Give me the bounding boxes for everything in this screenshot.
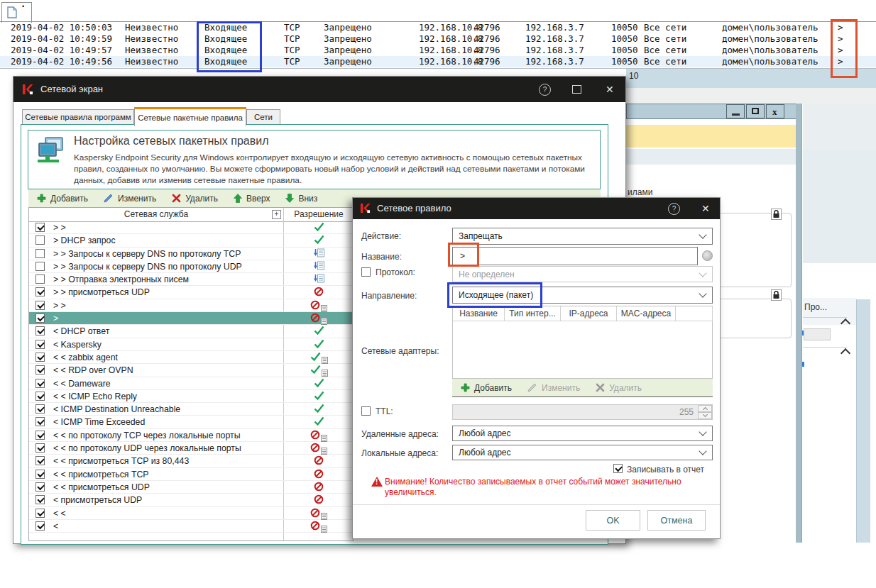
rule-row[interactable]: < < присмотреться TCP из 80,443 — [29, 455, 353, 467]
adapters-table[interactable]: НазваниеТип интер...IP-адресаMAC-адреса — [452, 306, 713, 379]
log-row[interactable]: 2019-04-02 10:50:03НеизвестноВходящееTCP… — [0, 22, 876, 33]
rule-row[interactable]: < Kaspersky — [29, 338, 353, 351]
help-icon[interactable]: ? — [668, 203, 680, 215]
rule-row[interactable]: < < Dameware — [29, 377, 353, 390]
permission-column-header[interactable]: Разрешение — [283, 209, 354, 219]
rule-row[interactable]: < < ICMP Echo Reply — [29, 390, 353, 403]
rule-checkbox[interactable] — [35, 404, 45, 414]
rule-checkbox[interactable] — [35, 470, 45, 479]
rule-row[interactable]: < ICMP Time Exceeded — [29, 416, 353, 428]
ok-button[interactable]: OK — [586, 510, 640, 531]
rule-checkbox[interactable] — [35, 262, 45, 271]
ttl-checkbox[interactable] — [361, 406, 371, 416]
rule-checkbox[interactable] — [35, 443, 45, 453]
log-row[interactable]: 2019-04-02 10:49:59НеизвестноВходящееTCP… — [0, 33, 876, 45]
minimize-button[interactable] — [726, 104, 745, 118]
local-select[interactable]: Любой адрес — [452, 445, 713, 460]
tab-1[interactable]: Сетевые правила программ — [22, 109, 134, 125]
rule-row[interactable]: < DHCP ответ — [29, 325, 353, 338]
log-row[interactable]: 2019-04-02 10:49:57НеизвестноВходящееTCP… — [0, 45, 876, 56]
delete-button[interactable]: Удалить — [172, 194, 218, 204]
rule-row[interactable]: < < по протоколу TCP через локальные пор… — [29, 429, 353, 442]
rule-checkbox[interactable] — [35, 495, 45, 504]
log-row[interactable]: 2019-04-02 10:49:56НеизвестноВходящееTCP… — [0, 56, 876, 67]
rule-row[interactable]: > — [29, 312, 353, 325]
tab-3[interactable]: Сети — [246, 109, 280, 125]
expand-columns-icon[interactable]: + — [272, 210, 281, 219]
ttl-input[interactable]: 255 — [452, 404, 713, 420]
adapter-edit-button[interactable]: Изменить — [527, 383, 580, 393]
tab-2[interactable]: Сетевые пакетные правила — [134, 107, 246, 126]
rule-checkbox[interactable] — [35, 235, 45, 245]
rule-row[interactable]: < < по протоколу UDP через локальные пор… — [29, 442, 353, 455]
rules-table-header[interactable]: Сетевая служба + Разрешение — [29, 208, 353, 222]
log-cell-expand[interactable]: > — [838, 56, 843, 67]
adapter-column-spacer[interactable] — [676, 306, 713, 321]
rule-checkbox[interactable] — [35, 509, 45, 518]
rule-checkbox[interactable] — [35, 314, 45, 323]
rule-row[interactable]: < ICMP Destination Unreachable — [29, 403, 353, 416]
rule-checkbox[interactable] — [35, 521, 45, 531]
edit-button[interactable]: Изменить — [104, 194, 156, 204]
rule-checkbox[interactable] — [35, 274, 45, 284]
report-checkbox[interactable] — [613, 464, 623, 473]
rule-checkbox[interactable] — [35, 417, 45, 426]
adapter-column-header[interactable]: MAC-адреса — [617, 306, 676, 321]
remote-select[interactable]: Любой адрес — [452, 426, 713, 441]
adapter-column-header[interactable]: Тип интер... — [505, 306, 561, 321]
rule-row[interactable]: > > Запросы к серверу DNS по протоколу U… — [29, 260, 353, 273]
log-cell-expand[interactable]: > — [838, 33, 843, 44]
close-icon[interactable]: ✕ — [606, 84, 614, 94]
cancel-button[interactable]: Отмена — [647, 510, 706, 531]
log-cell-expand[interactable]: > — [838, 22, 843, 33]
rule-checkbox[interactable] — [35, 482, 45, 492]
rule-row[interactable]: < < присмотреться UDP — [29, 481, 353, 494]
rule-row[interactable]: < < — [29, 507, 353, 520]
rule-checkbox[interactable] — [35, 287, 45, 296]
rule-row[interactable]: < < присмотреться TCP — [29, 468, 353, 481]
hint-ball-icon[interactable] — [702, 250, 713, 261]
rule-checkbox[interactable] — [35, 223, 45, 232]
rule-row[interactable]: > > — [29, 221, 353, 234]
rule-row[interactable]: > DHCP запрос — [29, 234, 353, 247]
rule-row[interactable]: < < RDP over OVPN — [29, 364, 353, 377]
name-input[interactable]: > — [452, 247, 698, 265]
rule-checkbox[interactable] — [35, 379, 45, 388]
firewall-titlebar[interactable]: Сетевой экран ? ✕ — [13, 77, 625, 102]
rule-row[interactable]: > > Запросы к серверу DNS по протоколу T… — [29, 248, 353, 260]
spin-down-button[interactable] — [698, 412, 712, 419]
adapter-column-header[interactable]: Название — [453, 306, 505, 321]
adapter-delete-button[interactable]: Удалить — [596, 383, 642, 393]
log-tab[interactable]: • — [1, 2, 32, 23]
rule-checkbox[interactable] — [35, 340, 45, 349]
maximize-icon[interactable] — [572, 85, 581, 94]
rule-row[interactable]: > > присмотреться UDP — [29, 286, 353, 299]
rule-checkbox[interactable] — [35, 249, 45, 258]
rule-checkbox[interactable] — [35, 301, 45, 310]
rule-checkbox[interactable] — [35, 392, 45, 401]
add-button[interactable]: Добавить — [37, 194, 88, 204]
rule-checkbox[interactable] — [35, 326, 45, 335]
log-cell-expand[interactable]: > — [838, 45, 843, 55]
mini-field[interactable] — [804, 328, 831, 340]
direction-select[interactable]: Исходящее (пакет) — [452, 287, 713, 304]
rule-checkbox[interactable] — [35, 365, 45, 375]
column-header[interactable]: Про... — [804, 302, 827, 312]
action-select[interactable]: Запрещать — [452, 228, 713, 245]
rule-row[interactable]: > > — [29, 299, 353, 312]
help-icon[interactable]: ? — [539, 84, 551, 96]
protocol-select[interactable]: Не определен — [452, 266, 713, 282]
maximize-button[interactable] — [746, 104, 765, 118]
rule-checkbox[interactable] — [35, 431, 45, 440]
rule-row[interactable]: < < zabbix agent — [29, 351, 353, 364]
rule-checkbox[interactable] — [35, 456, 45, 465]
collapse-icon[interactable] — [841, 348, 850, 358]
rule-row[interactable]: > > Отправка электронных писем — [29, 273, 353, 286]
close-button[interactable]: x — [766, 104, 784, 118]
rule-checkbox[interactable] — [35, 353, 45, 362]
adapter-column-header[interactable]: IP-адреса — [561, 306, 617, 321]
rule-row[interactable]: < присмотреться UDP — [29, 494, 353, 506]
adapter-add-button[interactable]: Добавить — [461, 383, 512, 393]
rule-row[interactable]: < — [29, 520, 353, 533]
protocol-checkbox[interactable] — [361, 267, 371, 277]
